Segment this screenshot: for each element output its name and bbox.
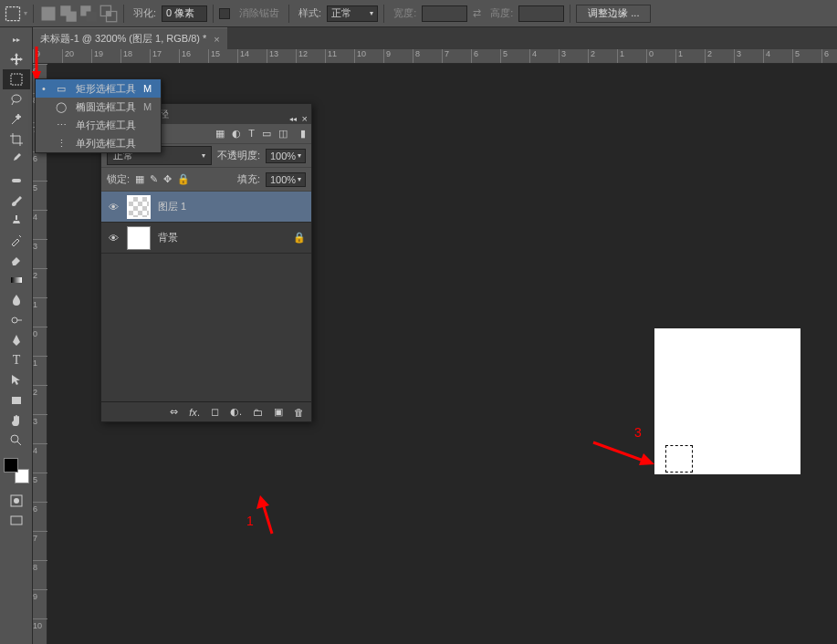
svg-rect-14 <box>12 397 21 404</box>
svg-rect-9 <box>11 74 22 85</box>
filter-toggle-icon[interactable]: ▮ <box>300 128 306 140</box>
blur-tool[interactable] <box>3 290 30 310</box>
svg-rect-0 <box>6 6 20 20</box>
dodge-tool[interactable] <box>3 310 30 330</box>
tools-panel: ▸▸ T <box>0 27 33 644</box>
document-tab-title: 未标题-1 @ 3200% (图层 1, RGB/8) * <box>40 32 206 46</box>
link-layers-icon[interactable]: ⇔ <box>170 406 178 418</box>
layer-mask-icon[interactable]: ◻ <box>211 406 219 418</box>
marquee-tool-indicator[interactable] <box>4 5 22 23</box>
eraser-tool[interactable] <box>3 250 30 270</box>
svg-point-15 <box>11 435 18 442</box>
svg-rect-12 <box>11 277 22 283</box>
feather-input[interactable] <box>162 5 207 22</box>
gradient-tool[interactable] <box>3 270 30 290</box>
lock-position-icon[interactable]: ✥ <box>163 173 172 185</box>
layer-group-icon[interactable]: 🗀 <box>253 407 263 418</box>
annotation-label-3: 3 <box>634 425 642 440</box>
visibility-icon[interactable]: 👁 <box>107 232 120 244</box>
svg-rect-1 <box>42 6 56 20</box>
svg-rect-3 <box>67 11 77 21</box>
crop-tool[interactable] <box>3 130 30 150</box>
options-bar: ▾ 羽化: 消除锯齿 样式: 正常▾ 宽度: ⇄ 高度: 调整边缘 ... <box>0 0 837 27</box>
adjustment-layer-icon[interactable]: ◐. <box>230 406 242 418</box>
layer-thumbnail[interactable] <box>127 226 151 250</box>
antialias-checkbox <box>219 8 230 19</box>
visibility-icon[interactable]: 👁 <box>107 201 120 213</box>
eyedropper-tool[interactable] <box>3 150 30 170</box>
swap-icon[interactable]: ⇄ <box>473 7 481 19</box>
fill-label: 填充: <box>237 172 260 186</box>
selection-subtract-icon[interactable] <box>79 5 98 23</box>
zoom-tool[interactable] <box>3 431 30 451</box>
fill-input[interactable]: 100%▾ <box>266 172 306 187</box>
annotation-label-1: 1 <box>246 514 254 528</box>
panel-close-icon[interactable]: × <box>302 113 308 124</box>
document-tab[interactable]: 未标题-1 @ 3200% (图层 1, RGB/8) * × <box>33 27 227 49</box>
selection-add-icon[interactable] <box>59 5 78 23</box>
width-input <box>422 5 467 22</box>
layer-name: 图层 1 <box>158 200 186 213</box>
flyout-item-0[interactable]: •▭矩形选框工具M <box>36 79 161 98</box>
lock-label: 锁定: <box>107 172 130 186</box>
lock-pixels-icon[interactable]: ✎ <box>150 173 158 185</box>
flyout-item-1[interactable]: ◯椭圆选框工具M <box>36 98 161 116</box>
quickmask-tool[interactable] <box>3 491 30 511</box>
height-label: 高度: <box>490 6 513 20</box>
layers-list: 👁图层 1👁背景🔒 <box>101 192 311 401</box>
height-input <box>518 5 564 22</box>
filter-pixel-icon[interactable]: ◐ <box>232 128 241 140</box>
filter-kind-icon[interactable]: ▦ <box>215 128 225 140</box>
lasso-tool[interactable] <box>3 89 30 109</box>
svg-rect-18 <box>11 516 22 525</box>
filter-shape-icon[interactable]: ▭ <box>262 128 271 140</box>
new-layer-icon[interactable]: ▣ <box>274 406 283 418</box>
type-tool[interactable]: T <box>3 350 30 370</box>
svg-marker-20 <box>256 495 269 509</box>
flyout-item-2[interactable]: ⋯单行选框工具 <box>36 116 161 134</box>
clone-stamp-tool[interactable] <box>3 210 30 230</box>
svg-rect-11 <box>12 179 21 182</box>
foreground-color-swatch[interactable] <box>4 458 18 473</box>
layer-fx-icon[interactable]: fx. <box>189 407 200 418</box>
screenmode-tool[interactable] <box>3 511 30 531</box>
antialias-label: 消除锯齿 <box>239 6 279 20</box>
opacity-input[interactable]: 100%▾ <box>266 149 306 163</box>
layer-thumbnail[interactable] <box>127 195 151 219</box>
magic-wand-tool[interactable] <box>3 109 30 130</box>
rectangle-tool[interactable] <box>3 390 30 410</box>
path-selection-tool[interactable] <box>3 370 30 390</box>
panel-collapse-icon[interactable]: ◂◂ <box>289 115 297 123</box>
layer-row-1[interactable]: 👁背景🔒 <box>101 223 311 254</box>
refine-edge-button[interactable]: 调整边缘 ... <box>576 5 651 23</box>
lock-all-icon[interactable]: 🔒 <box>177 173 190 185</box>
color-swatches[interactable] <box>4 458 29 483</box>
opacity-label: 不透明度: <box>217 149 260 162</box>
marquee-selection[interactable] <box>665 445 693 473</box>
selection-intersect-icon[interactable] <box>99 5 118 23</box>
flyout-item-3[interactable]: ⋮单列选框工具 <box>36 134 161 152</box>
filter-smart-icon[interactable]: ◫ <box>278 128 288 140</box>
hand-tool[interactable] <box>3 410 30 431</box>
healing-brush-tool[interactable] <box>3 170 30 190</box>
filter-type-icon[interactable]: T <box>248 128 255 140</box>
pen-tool[interactable] <box>3 330 30 350</box>
width-label: 宽度: <box>393 6 416 20</box>
history-brush-tool[interactable] <box>3 230 30 250</box>
selection-new-icon[interactable] <box>39 5 58 23</box>
style-select[interactable]: 正常▾ <box>327 5 378 22</box>
delete-layer-icon[interactable]: 🗑 <box>294 407 304 418</box>
lock-icon: 🔒 <box>293 232 306 244</box>
layer-name: 背景 <box>158 231 178 244</box>
brush-tool[interactable] <box>3 190 30 210</box>
lock-transparent-icon[interactable]: ▦ <box>135 173 144 185</box>
close-tab-icon[interactable]: × <box>214 34 219 45</box>
svg-marker-21 <box>639 453 654 465</box>
marquee-flyout-menu: •▭矩形选框工具M◯椭圆选框工具M⋯单行选框工具⋮单列选框工具 <box>35 78 162 153</box>
layer-row-0[interactable]: 👁图层 1 <box>101 192 311 223</box>
tool-preset-dropdown[interactable]: ▾ <box>24 9 27 17</box>
svg-rect-5 <box>87 11 97 21</box>
style-label: 样式: <box>298 6 321 20</box>
ruler-horizontal: 920191817161514131211109876543210123456 <box>33 49 837 64</box>
annotation-arrow-1 <box>249 493 286 538</box>
